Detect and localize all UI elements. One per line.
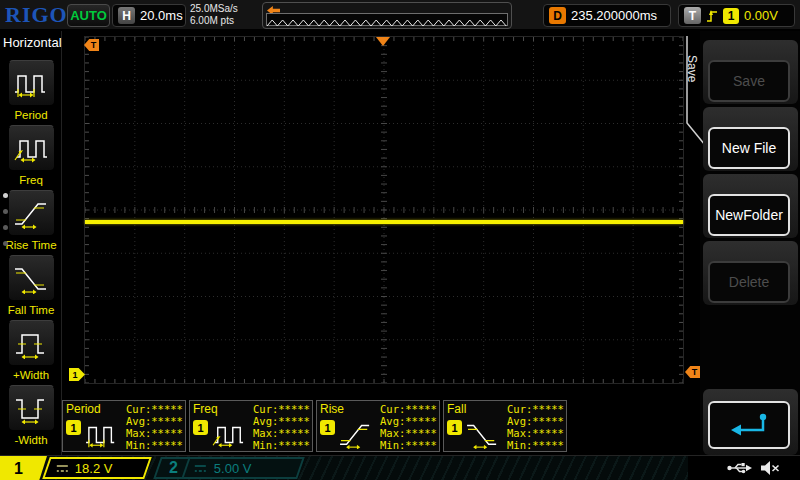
new-folder-button[interactable]: NewFolder <box>708 194 790 236</box>
trigger-level-marker: T <box>685 366 700 378</box>
menu-page-dot <box>3 193 8 198</box>
measurement-name: Freq <box>193 402 218 416</box>
measurement-stats: Cur:***** Avg:***** Max:***** Min:***** <box>507 403 564 451</box>
measurement-name: Period <box>66 402 101 416</box>
graticule <box>85 37 683 383</box>
menu-item-period[interactable] <box>8 60 55 106</box>
measurement-panel-freq[interactable]: Freq 1 Cur:***** Avg:***** Max:***** Min… <box>189 400 313 452</box>
channel-status-bar: 1 18.2 V 2 <box>0 455 800 480</box>
trigger-slope-icon <box>706 8 718 24</box>
trigger-delay-marker-icon <box>376 37 390 46</box>
preview-window <box>266 13 508 26</box>
oscilloscope-screen: RIGOL AUTO H 20.0ms 25.0MSa/s 6.00M pts … <box>0 0 800 480</box>
menu-item-fall-time-label: Fall Time <box>0 304 62 316</box>
ch1-trace <box>85 220 683 224</box>
trigger-source-badge: 1 <box>723 8 739 24</box>
channel-1-scale: 18.2 V <box>75 461 113 476</box>
horizontal-icon: H <box>118 7 135 24</box>
horizontal-scale-value: 20.0ms <box>140 8 183 23</box>
menu-item-rise-time-label: Rise Time <box>0 239 62 251</box>
channel-2-scale-box: 2 5.00 V <box>153 457 305 479</box>
divider <box>181 457 191 479</box>
new-file-button[interactable]: New File <box>708 127 790 169</box>
menu-item-freq-label: Freq <box>0 174 62 186</box>
measurement-stats: Cur:***** Avg:***** Max:***** Min:***** <box>380 403 437 451</box>
measurement-panel-rise[interactable]: Rise 1 Cur:***** Avg:***** Max:***** Min… <box>316 400 440 452</box>
menu-page-dot <box>3 225 8 230</box>
save-menu: Save Save New File NewFolder Delete <box>700 31 800 457</box>
measurement-panel-period[interactable]: Period 1 Cur:***** Avg:***** Max:***** M… <box>62 400 186 452</box>
freq-icon <box>211 419 247 449</box>
trigger-level-value: 0.00V <box>744 8 778 23</box>
measurement-channel-badge: 1 <box>320 420 335 435</box>
trigger-delay-group[interactable]: D 235.200000ms <box>543 4 671 27</box>
rise-time-icon <box>338 419 374 449</box>
measurement-channel-badge: 1 <box>193 420 208 435</box>
measurement-stats: Cur:***** Avg:***** Max:***** Min:***** <box>253 403 310 451</box>
channel-2-scale: 5.00 V <box>214 461 252 476</box>
period-icon <box>13 67 51 99</box>
rise-time-icon <box>13 197 51 229</box>
measurement-name: Fall <box>447 402 466 416</box>
menu-item-freq[interactable] <box>8 125 55 171</box>
delete-button[interactable]: Delete <box>708 261 790 303</box>
menu-item-pos-width[interactable] <box>8 320 55 366</box>
dc-coupling-icon <box>56 464 69 473</box>
neg-width-icon <box>13 392 51 424</box>
measure-menu: Horizontal Period Freq <box>0 31 62 455</box>
trigger-delay-value: 235.200000ms <box>571 8 657 23</box>
fall-time-icon <box>13 262 51 294</box>
menu-page-dot <box>3 241 8 246</box>
menu-page-dot <box>3 209 8 214</box>
measurement-name: Rise <box>320 402 344 416</box>
menu-item-rise-time[interactable] <box>8 190 55 236</box>
back-button[interactable] <box>708 401 790 449</box>
dc-coupling-icon <box>194 464 207 473</box>
channel-1-badge: 1 <box>0 456 47 480</box>
fall-time-icon <box>465 419 501 449</box>
channel-1-scale-box: 18.2 V <box>42 457 152 479</box>
memory-depth: 6.00M pts <box>190 15 238 27</box>
trigger-info-group[interactable]: T 1 0.00V <box>678 4 795 27</box>
run-status-badge[interactable]: AUTO <box>67 4 110 27</box>
pos-width-icon <box>13 327 51 359</box>
menu-item-neg-width[interactable] <box>8 385 55 431</box>
channel-1-status[interactable]: 1 18.2 V <box>0 456 154 480</box>
menu-item-period-label: Period <box>0 109 62 121</box>
return-arrow-icon <box>726 411 772 439</box>
trigger-icon: T <box>684 7 701 24</box>
period-icon <box>84 419 120 449</box>
top-status-bar: RIGOL AUTO H 20.0ms 25.0MSa/s 6.00M pts … <box>0 0 800 31</box>
waveform-display: T 1 T <box>85 37 683 383</box>
usb-icon <box>727 461 752 475</box>
ch1-ground-marker: 1 <box>69 368 85 381</box>
save-menu-tab: Save <box>685 55 699 82</box>
measure-menu-title: Horizontal <box>3 35 62 50</box>
channel-2-badge: 2 <box>169 459 178 477</box>
acquisition-info: 25.0MSa/s 6.00M pts <box>190 3 238 27</box>
save-tab-outline <box>683 35 705 150</box>
horizontal-scale-group[interactable]: H 20.0ms <box>112 4 186 27</box>
delay-icon: D <box>549 7 566 24</box>
measurement-panel-fall[interactable]: Fall 1 Cur:***** Avg:***** Max:***** Min… <box>443 400 567 452</box>
save-button[interactable]: Save <box>708 60 790 102</box>
waveform-preview[interactable] <box>262 2 512 29</box>
measurement-stats: Cur:***** Avg:***** Max:***** Min:***** <box>126 403 183 451</box>
menu-item-neg-width-label: -Width <box>0 434 62 446</box>
speaker-muted-icon <box>760 460 780 476</box>
measurement-channel-badge: 1 <box>447 420 462 435</box>
sample-rate: 25.0MSa/s <box>190 3 238 15</box>
channel-2-status[interactable]: 2 5.00 V <box>157 456 303 480</box>
freq-icon <box>13 132 51 164</box>
menu-item-fall-time[interactable] <box>8 255 55 301</box>
measurement-channel-badge: 1 <box>66 420 81 435</box>
menu-item-pos-width-label: +Width <box>0 369 62 381</box>
status-icons <box>727 460 780 476</box>
